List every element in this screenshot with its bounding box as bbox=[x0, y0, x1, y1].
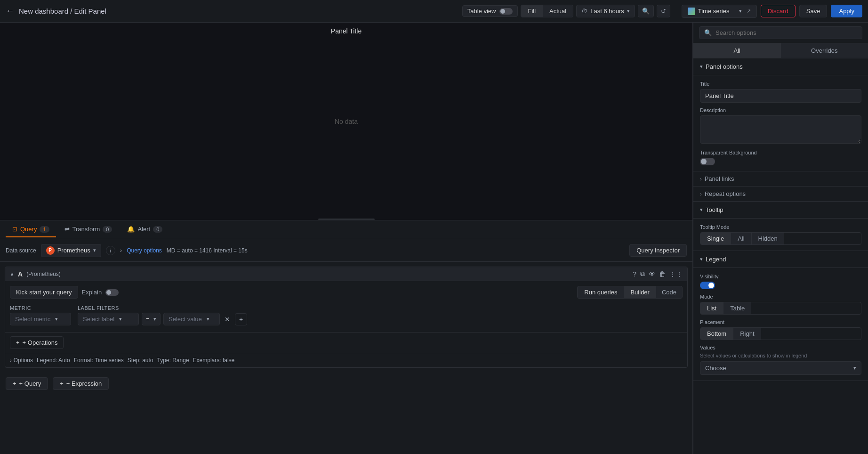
time-picker[interactable]: ⏱ Last 6 hours ▾ bbox=[576, 5, 635, 17]
legend-list-btn[interactable]: List bbox=[700, 302, 723, 314]
table-view-toggle[interactable]: Table view bbox=[462, 5, 518, 17]
transparent-bg-toggle[interactable] bbox=[700, 158, 715, 165]
right-tabs: All Overrides bbox=[693, 43, 868, 58]
legend-right-btn[interactable]: Right bbox=[733, 328, 761, 340]
legend-table-btn[interactable]: Table bbox=[723, 302, 751, 314]
viz-type-select[interactable]: Time series ▾ ↗ bbox=[682, 5, 757, 18]
query-drag-icon[interactable]: ⋮⋮ bbox=[669, 270, 683, 278]
panel-links-section[interactable]: › Panel links bbox=[693, 171, 868, 186]
datasource-bar: Data source P Prometheus ▾ i › Query opt… bbox=[0, 239, 692, 262]
panel-title-text: Panel Title bbox=[331, 27, 362, 35]
step-option: Step: auto bbox=[128, 357, 153, 364]
datasource-name: Prometheus bbox=[57, 247, 90, 254]
tooltip-header[interactable]: ▾ Tooltip bbox=[693, 202, 868, 219]
select-value-field[interactable]: Select value ▾ bbox=[163, 313, 220, 325]
back-icon[interactable]: ← bbox=[6, 6, 14, 16]
zoom-icon-btn[interactable]: 🔍 bbox=[638, 5, 654, 17]
select-value-placeholder: Select value bbox=[169, 316, 202, 323]
tooltip-body: Tooltip mode Single All Hidden bbox=[693, 219, 868, 251]
legend-bottom-btn[interactable]: Bottom bbox=[700, 328, 733, 340]
table-view-toggle-circle[interactable] bbox=[499, 8, 513, 15]
viz-icon bbox=[688, 8, 695, 15]
discard-button[interactable]: Discard bbox=[761, 5, 796, 17]
panel-preview: Panel Title No data bbox=[0, 23, 692, 220]
legend-values-dropdown[interactable]: Choose ▾ bbox=[700, 361, 861, 375]
title-input[interactable] bbox=[700, 89, 861, 103]
tooltip-all-btn[interactable]: All bbox=[731, 233, 751, 244]
metric-field-row: Select metric ▾ bbox=[10, 313, 71, 325]
kick-start-button[interactable]: Kick start your query bbox=[10, 286, 78, 299]
operator-select[interactable]: = ▾ bbox=[142, 313, 161, 325]
collapse-icon[interactable]: ∨ bbox=[10, 271, 14, 277]
query-row-actions: ? ⧉ 👁 🗑 ⋮⋮ bbox=[633, 270, 683, 278]
builder-button[interactable]: Builder bbox=[624, 286, 655, 299]
refresh-icon-btn[interactable]: ↺ bbox=[657, 5, 670, 17]
query-inspector-button[interactable]: Query inspector bbox=[629, 244, 687, 257]
options-expand-label: Options bbox=[14, 357, 33, 364]
select-label-field[interactable]: Select label ▾ bbox=[78, 313, 139, 325]
legend-visibility-toggle[interactable] bbox=[700, 282, 715, 289]
add-query-bar: + + Query + + Expression bbox=[0, 373, 692, 395]
metric-select[interactable]: Select metric ▾ bbox=[10, 313, 71, 325]
exemplars-option: Exemplars: false bbox=[193, 357, 235, 364]
tooltip-single-btn[interactable]: Single bbox=[700, 233, 731, 244]
datasource-label: Data source bbox=[6, 247, 36, 254]
viz-chevron-icon: ▾ bbox=[739, 8, 742, 14]
query-delete-icon[interactable]: 🗑 bbox=[659, 270, 666, 278]
transform-tab-label: Transform bbox=[72, 226, 100, 233]
viz-expand-icon: ↗ bbox=[747, 8, 751, 14]
apply-button[interactable]: Apply bbox=[831, 5, 862, 17]
breadcrumb: New dashboard / Edit Panel bbox=[19, 7, 106, 15]
actual-button[interactable]: Actual bbox=[543, 5, 573, 17]
remove-filter-button[interactable]: ✕ bbox=[223, 314, 232, 325]
title-field-label: Title bbox=[700, 81, 861, 87]
legend-visibility-label: Visibility bbox=[700, 274, 861, 279]
label-filters-row: Select label ▾ = ▾ Select value ▾ bbox=[78, 313, 247, 325]
tab-all[interactable]: All bbox=[693, 43, 781, 58]
label-filters-label: Label filters bbox=[78, 305, 247, 311]
query-help-icon[interactable]: ? bbox=[633, 270, 636, 278]
tab-alert[interactable]: 🔔 Alert 0 bbox=[121, 222, 169, 237]
query-body: Kick start your query Explain Run querie… bbox=[5, 281, 687, 332]
legend-values-chevron: ▾ bbox=[853, 365, 856, 371]
run-queries-button[interactable]: Run queries bbox=[577, 286, 624, 299]
query-editor: ∨ A (Prometheus) ? ⧉ 👁 🗑 ⋮⋮ Kick start y… bbox=[0, 262, 692, 454]
options-expand[interactable]: › Options bbox=[10, 357, 33, 364]
transform-tab-icon: ⇌ bbox=[64, 226, 70, 233]
fill-button[interactable]: Fill bbox=[521, 5, 543, 17]
repeat-options-section[interactable]: › Repeat options bbox=[693, 186, 868, 202]
panel-options-header[interactable]: ▾ Panel options bbox=[693, 58, 868, 75]
datasource-select[interactable]: P Prometheus ▾ bbox=[41, 244, 101, 257]
tab-overrides[interactable]: Overrides bbox=[781, 43, 868, 58]
query-options-link[interactable]: Query options bbox=[127, 247, 162, 254]
time-chevron-icon: ▾ bbox=[627, 8, 630, 14]
explain-label: Explain bbox=[82, 289, 102, 296]
add-expression-button[interactable]: + + Expression bbox=[53, 377, 109, 390]
add-filter-button[interactable]: + bbox=[235, 313, 247, 325]
no-data-label: No data bbox=[335, 118, 358, 125]
legend-header[interactable]: ▾ Legend bbox=[693, 251, 868, 268]
query-duplicate-icon[interactable]: ⧉ bbox=[640, 270, 645, 278]
operator-value: = bbox=[146, 316, 150, 323]
tooltip-arrow: ▾ bbox=[700, 207, 703, 213]
tooltip-hidden-btn[interactable]: Hidden bbox=[752, 233, 784, 244]
add-query-button[interactable]: + + Query bbox=[6, 377, 48, 390]
right-content: ▾ Panel options Title Description Transp… bbox=[693, 58, 868, 454]
select-label-placeholder: Select label bbox=[83, 316, 114, 323]
tab-query[interactable]: ⊡ Query 1 bbox=[6, 222, 56, 237]
add-operations-button[interactable]: + + Operations bbox=[10, 336, 64, 349]
clock-icon: ⏱ bbox=[581, 8, 587, 15]
query-hide-icon[interactable]: 👁 bbox=[649, 270, 655, 278]
code-button[interactable]: Code bbox=[656, 286, 683, 299]
transparent-bg-row: Transparent background bbox=[700, 150, 861, 165]
explain-toggle[interactable] bbox=[105, 289, 119, 296]
description-input[interactable] bbox=[700, 115, 861, 144]
info-icon-btn[interactable]: i bbox=[106, 246, 115, 255]
legend-placement-label: Placement bbox=[700, 319, 861, 325]
metric-field-group: Metric Select metric ▾ bbox=[10, 305, 71, 325]
search-options-input[interactable] bbox=[715, 29, 857, 36]
save-button[interactable]: Save bbox=[799, 5, 828, 17]
legend-values-placeholder: Choose bbox=[705, 365, 726, 372]
tab-transform[interactable]: ⇌ Transform 0 bbox=[58, 222, 119, 237]
zoom-icon: 🔍 bbox=[642, 8, 650, 15]
